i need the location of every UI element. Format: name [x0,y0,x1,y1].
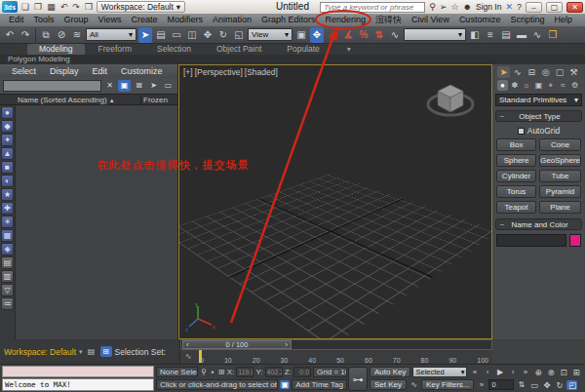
explorer-list-area[interactable] [16,105,177,339]
play-animation-icon[interactable]: ▶ [494,368,505,376]
align-icon[interactable]: ≡ [484,27,497,43]
pin-stack-icon[interactable]: ⚲ [200,368,207,376]
viewport-menu-shading[interactable]: [Shaded] [245,67,278,77]
save-file-icon[interactable]: ▦ [46,1,57,13]
menu-item-rendering[interactable]: Rendering [321,14,371,26]
autogrid-checkbox[interactable] [518,128,525,135]
explorer-search-input[interactable] [3,80,101,92]
menu-item-scripting[interactable]: Scripting [505,14,549,26]
zoom-extents-all-icon[interactable]: ⊞ [570,368,581,377]
listener-output[interactable]: Welcome to MAX! [2,378,154,391]
explorer-menu-select[interactable]: Select [6,66,42,76]
lock-explorer-icon[interactable]: ⊠ [133,80,145,92]
rectangular-selection-region-icon[interactable]: ▭ [170,27,183,43]
absolute-mode-icon[interactable]: ⊞ [218,368,225,376]
viewport-menu-general[interactable]: [+] [183,67,193,77]
ribbon-panel-polygon-modeling[interactable]: Polygon Modeling [0,55,585,64]
select-and-link-icon[interactable]: ⧉ [39,27,53,43]
filter-bones-icon[interactable]: ☀ [1,216,14,228]
object-type-rollout-header[interactable]: − Object Type [495,110,582,122]
category-cameras-icon[interactable]: ▣ [533,80,544,91]
project-folder-icon[interactable]: ❒ [84,1,94,13]
previous-frame-icon[interactable]: ‹ [482,368,492,376]
redo-scene-icon[interactable]: ↷ [19,27,32,43]
ribbon-toggle-icon[interactable]: ▬ [515,27,528,43]
ribbon-tab-object-paint[interactable]: Object Paint [205,44,273,55]
filter-xrefs-icon[interactable]: ✚ [1,202,14,215]
search-icon[interactable]: ⚲ [429,2,436,12]
filter-geometry-icon[interactable]: ● [1,106,14,119]
tab-hierarchy-icon[interactable]: ⊟ [526,66,538,78]
filter-shapes-icon[interactable]: ◆ [1,120,14,133]
frame-spinner-icon[interactable]: ⇅ [516,380,526,389]
key-filters-button[interactable]: Key Filters... [421,379,474,390]
current-frame-field[interactable]: 0 [488,379,514,390]
go-to-end-icon[interactable]: » [520,368,530,376]
menu-item-create[interactable]: Create [126,14,162,26]
default-in-out-tangent-icon[interactable]: ∿ [409,380,419,389]
keyword-search-input[interactable]: Type a keyword or phrase [320,2,425,13]
category-geometry-icon[interactable]: ● [497,80,508,91]
viewport-menu-pov[interactable]: [Perspective] [195,67,243,77]
menu-item-xuandekuai-plugin[interactable]: 渲得快 [370,14,407,26]
viewcube[interactable] [423,77,478,122]
perspective-viewport[interactable]: [+] [Perspective] [Shaded] y x z [178,64,492,339]
pan-view-icon[interactable]: ✥ [541,380,552,390]
filter-groups-icon[interactable]: ★ [1,188,14,201]
y-coordinate-field[interactable]: 402.235 [265,367,283,377]
track-bar-ticks[interactable]: 010 2030 4050 6070 8090 100 [196,350,492,364]
ribbon-tab-populate[interactable]: Populate [275,44,332,55]
isolate-selection-icon[interactable]: ▤ [86,346,98,357]
menu-item-help[interactable]: Help [549,14,577,26]
undo-icon[interactable]: ↶ [59,1,69,13]
bind-to-space-warp-icon[interactable]: ≋ [70,27,84,43]
category-spacewarps-icon[interactable]: ≈ [558,80,568,91]
torus-button[interactable]: Torus [496,185,536,198]
box-button[interactable]: Box [496,138,536,151]
listener-macro-recorder[interactable] [2,366,154,377]
menu-item-customize[interactable]: Customize [454,14,506,26]
category-shapes-icon[interactable]: ✽ [509,80,520,91]
angle-snap-icon[interactable]: ∡ [341,27,355,43]
menu-item-civil-view[interactable]: Civil View [407,14,454,26]
zoom-all-icon[interactable]: ⊛ [545,368,556,377]
minimize-button[interactable]: – [526,2,542,13]
category-systems-icon[interactable]: ⚙ [569,80,580,91]
tab-motion-icon[interactable]: ◎ [539,66,552,78]
layer-manager-icon[interactable]: ▤ [499,27,513,43]
category-helpers-icon[interactable]: ⌖ [545,80,556,91]
percent-snap-icon[interactable]: % [357,27,370,43]
slider-left-arrow-icon[interactable]: ‹ [186,340,189,349]
x-coordinate-field[interactable]: 119.819 [236,367,254,377]
tab-utilities-icon[interactable]: ⚒ [567,66,580,78]
selection-lock-toggle-icon[interactable]: ▪ [210,368,216,376]
close-button[interactable]: ✕ [566,2,583,13]
snaps-toggle-icon[interactable]: ∩ [326,27,339,43]
help-icon[interactable]: ? [517,2,522,12]
maximize-button[interactable]: ▢ [546,2,563,13]
filter-cameras-icon[interactable]: ▲ [1,147,14,160]
object-color-swatch[interactable] [569,234,581,247]
set-keys-button[interactable]: ⊶ [348,367,368,391]
menu-item-views[interactable]: Views [94,14,127,26]
use-pivot-point-icon[interactable]: ▣ [294,27,308,43]
mirror-icon[interactable]: ◧ [468,27,482,43]
column-header-name[interactable]: Name (Sorted Ascending) ▲ [0,96,140,104]
z-coordinate-field[interactable]: 0.0 [293,367,311,377]
name-color-rollout-header[interactable]: − Name and Color [495,218,582,230]
undo-scene-icon[interactable]: ↶ [3,27,17,43]
add-time-tag[interactable]: Add Time Tag [292,379,347,390]
selection-lock-icon[interactable]: ⊞ [100,346,112,357]
time-slider-track[interactable]: ‹ 0 / 100 › [180,339,492,350]
redo-icon[interactable]: ↷ [71,1,81,13]
pyramid-button[interactable]: Pyramid [539,185,581,198]
zoom-extents-icon[interactable]: ⊡ [558,368,568,377]
key-mode-dropdown[interactable]: Selected ▾ [412,367,467,377]
category-lights-icon[interactable]: ☼ [522,80,532,91]
auto-key-button[interactable]: Auto Key [370,367,410,377]
tab-create-icon[interactable]: ➤ [497,66,510,78]
maximize-viewport-toggle-icon[interactable]: ◰ [566,380,577,390]
unlink-selection-icon[interactable]: ⊘ [55,27,68,43]
time-slider-handle[interactable]: ‹ 0 / 100 › [182,340,292,349]
field-of-view-icon[interactable]: ▭ [528,380,539,390]
